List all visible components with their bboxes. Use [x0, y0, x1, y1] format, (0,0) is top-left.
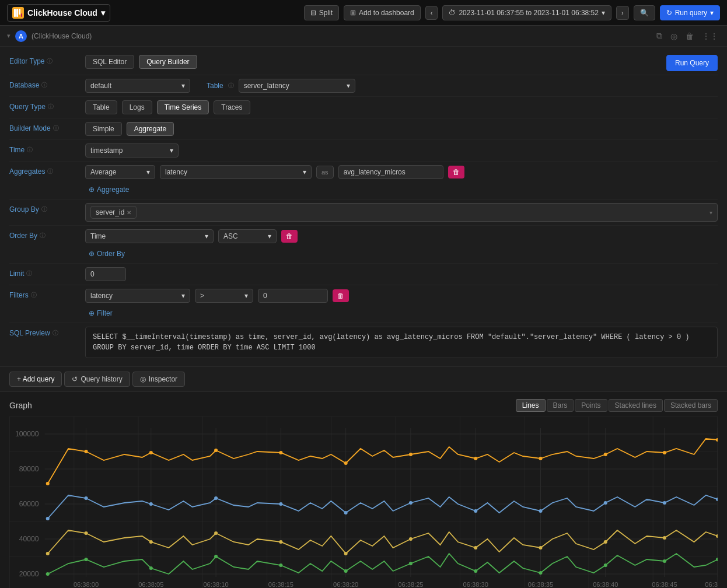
svg-point-83: [663, 559, 666, 563]
add-aggregate-button[interactable]: ⊕ Aggregate: [85, 184, 132, 195]
sql-preview-info-icon[interactable]: ⓘ: [53, 329, 58, 337]
svg-rect-0: [14, 9, 16, 17]
time-dropdown-icon: ▾: [170, 146, 173, 155]
sql-editor-tab[interactable]: SQL Editor: [85, 55, 134, 69]
zoom-icon: 🔍: [640, 9, 649, 17]
svg-point-51: [149, 502, 153, 506]
query-type-logs-tab[interactable]: Logs: [122, 100, 152, 114]
graph-type-stacked-bars[interactable]: Stacked bars: [664, 399, 718, 412]
group-by-container[interactable]: server_id ✕ ▾: [85, 203, 718, 222]
svg-point-67: [409, 537, 413, 541]
svg-point-44: [474, 457, 477, 460]
history-icon: ↺: [72, 375, 78, 383]
filter-delete-button[interactable]: 🗑: [333, 289, 349, 302]
zoom-button[interactable]: 🔍: [634, 5, 655, 20]
query-type-row: Query Type ⓘ Table Logs Time Series Trac…: [9, 97, 718, 118]
svg-point-69: [539, 546, 542, 550]
query-type-table-tab[interactable]: Table: [85, 100, 117, 114]
table-info-icon[interactable]: ⓘ: [228, 82, 234, 90]
more-icon-button[interactable]: ⋮⋮: [700, 30, 720, 43]
agg-field-dropdown-icon: ▾: [303, 168, 306, 176]
database-row: Database ⓘ default ▾ Table ⓘ server_late…: [9, 75, 718, 97]
builder-mode-info-icon[interactable]: ⓘ: [53, 124, 59, 132]
graph-type-points[interactable]: Points: [575, 399, 607, 412]
inspector-icon: ◎: [140, 375, 146, 383]
add-filter-button[interactable]: ⊕ Filter: [85, 307, 116, 319]
add-query-button[interactable]: + Add query: [9, 372, 62, 387]
query-type-info-icon[interactable]: ⓘ: [48, 103, 54, 111]
run-query-panel-button[interactable]: Run Query: [666, 55, 718, 71]
limit-input[interactable]: [85, 267, 126, 281]
breadcrumb-subtitle: (ClickHouse Cloud): [32, 32, 92, 40]
refresh-icon: ↻: [666, 9, 672, 17]
filter-operator-select[interactable]: > ▾: [195, 289, 253, 303]
query-history-button[interactable]: ↺ Query history: [64, 372, 130, 387]
svg-point-53: [279, 502, 282, 506]
split-button[interactable]: ⊟ Split: [304, 5, 339, 20]
add-aggregate-icon: ⊕: [89, 186, 95, 194]
editor-type-content: SQL Editor Query Builder: [85, 55, 666, 69]
time-info-icon[interactable]: ⓘ: [27, 146, 33, 154]
group-by-info-icon[interactable]: ⓘ: [41, 205, 47, 214]
limit-info-icon[interactable]: ⓘ: [26, 270, 32, 278]
svg-point-66: [344, 552, 348, 555]
sql-preview-row: SQL Preview ⓘ SELECT $__timeInterval(tim…: [9, 323, 718, 362]
time-row: Time ⓘ timestamp ▾: [9, 140, 718, 162]
aggregate-delete-button[interactable]: 🗑: [448, 166, 464, 178]
svg-point-62: [84, 531, 88, 535]
time-select[interactable]: timestamp ▾: [85, 144, 179, 158]
add-order-by-button[interactable]: ⊕ Order By: [85, 248, 128, 260]
aggregate-function-select[interactable]: Average ▾: [85, 165, 155, 179]
svg-text:40000: 40000: [19, 535, 39, 543]
add-dashboard-button[interactable]: ⊞ Add to dashboard: [344, 5, 421, 20]
remove-server-id-tag[interactable]: ✕: [127, 209, 131, 216]
graph-type-lines[interactable]: Lines: [516, 399, 546, 412]
svg-point-65: [279, 540, 282, 544]
order-by-field-select[interactable]: Time ▾: [85, 229, 214, 243]
time-next-button[interactable]: ›: [616, 6, 629, 20]
query-type-traces-tab[interactable]: Traces: [214, 100, 250, 114]
svg-point-79: [409, 562, 413, 565]
query-builder-tab[interactable]: Query Builder: [139, 55, 197, 69]
svg-point-70: [604, 540, 607, 544]
database-select[interactable]: default ▾: [85, 79, 190, 93]
table-select[interactable]: server_latency ▾: [239, 79, 355, 93]
time-prev-button[interactable]: ‹: [425, 6, 438, 20]
svg-point-45: [539, 457, 542, 460]
sql-preview-text: SELECT $__timeInterval(timestamp) as tim…: [85, 327, 718, 358]
database-info-icon[interactable]: ⓘ: [41, 81, 47, 89]
run-query-main-button[interactable]: ↻ Run query ▾: [660, 5, 720, 20]
svg-rect-4: [9, 416, 718, 588]
svg-text:80000: 80000: [19, 465, 39, 473]
aggregates-info-icon[interactable]: ⓘ: [47, 167, 53, 176]
svg-rect-2: [19, 9, 20, 15]
copy-icon-button[interactable]: ⧉: [655, 29, 664, 43]
order-by-delete-button[interactable]: 🗑: [281, 230, 298, 243]
order-by-info-icon[interactable]: ⓘ: [40, 232, 46, 240]
aggregates-content: Average ▾ latency ▾ as 🗑 ⊕ Aggregate: [85, 165, 718, 195]
builder-mode-label: Builder Mode ⓘ: [9, 122, 85, 132]
graph-type-bars[interactable]: Bars: [547, 399, 574, 412]
filters-info-icon[interactable]: ⓘ: [31, 291, 37, 299]
graph-type-stacked-lines[interactable]: Stacked lines: [609, 399, 663, 412]
filter-field-select[interactable]: latency ▾: [85, 289, 190, 303]
time-range-button[interactable]: ⏱ 2023-11-01 06:37:55 to 2023-11-01 06:3…: [442, 5, 611, 20]
breadcrumb-collapse[interactable]: ▾: [7, 32, 11, 40]
delete-icon-button[interactable]: 🗑: [684, 30, 695, 43]
filter-value-input[interactable]: [258, 289, 328, 303]
order-by-direction-select[interactable]: ASC ▾: [218, 229, 277, 243]
inspector-button[interactable]: ◎ Inspector: [132, 372, 185, 387]
filter-field-dropdown-icon: ▾: [181, 292, 185, 300]
sql-preview-label: SQL Preview ⓘ: [9, 327, 85, 337]
order-field-dropdown-icon: ▾: [205, 232, 208, 240]
builder-mode-simple-tab[interactable]: Simple: [85, 122, 122, 136]
app-logo[interactable]: ClickHouse Cloud ▾: [7, 4, 110, 22]
editor-type-info-icon[interactable]: ⓘ: [47, 57, 53, 65]
query-type-timeseries-tab[interactable]: Time Series: [157, 100, 209, 114]
builder-mode-aggregate-tab[interactable]: Aggregate: [127, 122, 174, 136]
aggregate-alias-input[interactable]: [338, 165, 443, 179]
aggregate-field-select[interactable]: latency ▾: [160, 165, 312, 179]
eye-icon-button[interactable]: ◎: [669, 30, 679, 43]
svg-point-42: [344, 461, 348, 465]
svg-text:06:38:50: 06:38:50: [705, 581, 718, 588]
